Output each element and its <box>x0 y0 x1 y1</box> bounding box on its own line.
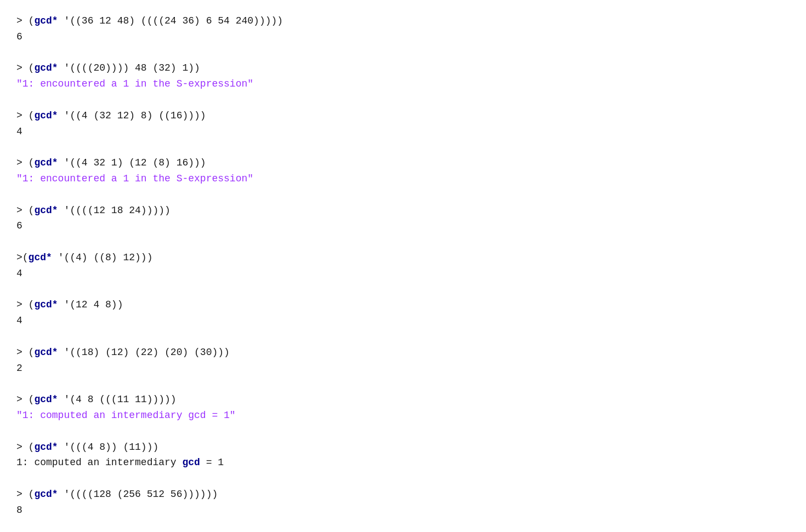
prompt-8: > ( <box>16 347 34 358</box>
keyword-2: gcd* <box>34 62 58 73</box>
input-rest-8: '((18) (12) (22) (20) (30))) <box>58 347 230 358</box>
input-rest-9: '(4 8 (((11 11))))) <box>58 394 177 405</box>
keyword-6: gcd* <box>29 252 52 263</box>
keyword-10: gcd* <box>34 442 58 453</box>
repl-result-3: 6 <box>16 218 790 234</box>
blank-4 <box>16 187 790 203</box>
blank-5 <box>16 234 790 250</box>
repl-line-1: > (gcd* '((36 12 48) ((((24 36) 6 54 240… <box>16 13 790 29</box>
input-rest-10: '(((4 8)) (11))) <box>58 442 159 453</box>
blank-7 <box>16 329 790 345</box>
repl-line-3: > (gcd* '((4 (32 12) 8) ((16)))) <box>16 108 790 124</box>
repl-error-1: "1: encountered a 1 in the S-expression" <box>16 76 790 92</box>
repl-error-3: "1: computed an intermediary gcd = 1" <box>16 408 790 424</box>
input-rest-11: '((((128 (256 512 56)))))) <box>58 489 218 500</box>
input-rest-6: '((4) ((8) 12))) <box>52 252 153 263</box>
input-rest-3: '((4 (32 12) 8) ((16)))) <box>58 110 206 121</box>
prompt-9: > ( <box>16 394 34 405</box>
repl-line-8: > (gcd* '((18) (12) (22) (20) (30))) <box>16 345 790 361</box>
keyword-11: gcd* <box>34 489 58 500</box>
prompt-3: > ( <box>16 110 34 121</box>
prompt-7: > ( <box>16 299 34 310</box>
blank-9 <box>16 424 790 439</box>
repl-result-1: 6 <box>16 29 790 45</box>
result-mixed-after: = 1 <box>200 457 224 468</box>
keyword-7: gcd* <box>34 299 58 310</box>
prompt-5: > ( <box>16 205 34 216</box>
repl-result-5: 4 <box>16 313 790 329</box>
prompt-10: > ( <box>16 442 34 453</box>
blank-2 <box>16 92 790 108</box>
repl-result-7: 8 <box>16 502 790 518</box>
prompt-11: > ( <box>16 489 34 500</box>
repl-line-11: > (gcd* '((((128 (256 512 56)))))) <box>16 487 790 502</box>
keyword-3: gcd* <box>34 110 58 121</box>
result-mixed-bold: gcd <box>182 457 200 468</box>
input-rest-2: '((((20)))) 48 (32) 1)) <box>58 62 200 73</box>
repl-line-2: > (gcd* '((((20)))) 48 (32) 1)) <box>16 60 790 76</box>
repl-result-4: 4 <box>16 266 790 282</box>
prompt-4: > ( <box>16 157 34 168</box>
keyword-9: gcd* <box>34 394 58 405</box>
blank-8 <box>16 376 790 392</box>
keyword-1: gcd* <box>34 15 58 26</box>
repl-error-2: "1: encountered a 1 in the S-expression" <box>16 171 790 187</box>
repl-line-7: > (gcd* '(12 4 8)) <box>16 297 790 313</box>
input-rest-1: '((36 12 48) ((((24 36) 6 54 240))))) <box>58 15 283 26</box>
blank-6 <box>16 282 790 298</box>
keyword-5: gcd* <box>34 205 58 216</box>
prompt-2: > ( <box>16 62 34 73</box>
repl-line-9: > (gcd* '(4 8 (((11 11))))) <box>16 392 790 408</box>
blank-10 <box>16 471 790 487</box>
keyword-4: gcd* <box>34 157 58 168</box>
prompt-1: > ( <box>16 15 34 26</box>
prompt-6: >( <box>16 252 29 263</box>
input-rest-4: '((4 32 1) (12 (8) 16))) <box>58 157 206 168</box>
repl-line-4: > (gcd* '((4 32 1) (12 (8) 16))) <box>16 155 790 171</box>
repl-line-10: > (gcd* '(((4 8)) (11))) <box>16 439 790 455</box>
blank-1 <box>16 45 790 61</box>
input-rest-5: '((((12 18 24))))) <box>58 205 171 216</box>
repl-result-6: 2 <box>16 361 790 376</box>
blank-11 <box>16 518 790 533</box>
repl-result-mixed-1: 1: computed an intermediary gcd = 1 <box>16 455 790 471</box>
result-mixed-before: 1: computed an intermediary <box>16 457 182 468</box>
keyword-8: gcd* <box>34 347 58 358</box>
repl-line-6: >(gcd* '((4) ((8) 12))) <box>16 250 790 266</box>
blank-3 <box>16 139 790 155</box>
repl-result-2: 4 <box>16 124 790 140</box>
repl-line-5: > (gcd* '((((12 18 24))))) <box>16 203 790 219</box>
input-rest-7: '(12 4 8)) <box>58 299 123 310</box>
repl-container: > (gcd* '((36 12 48) ((((24 36) 6 54 240… <box>16 13 790 532</box>
